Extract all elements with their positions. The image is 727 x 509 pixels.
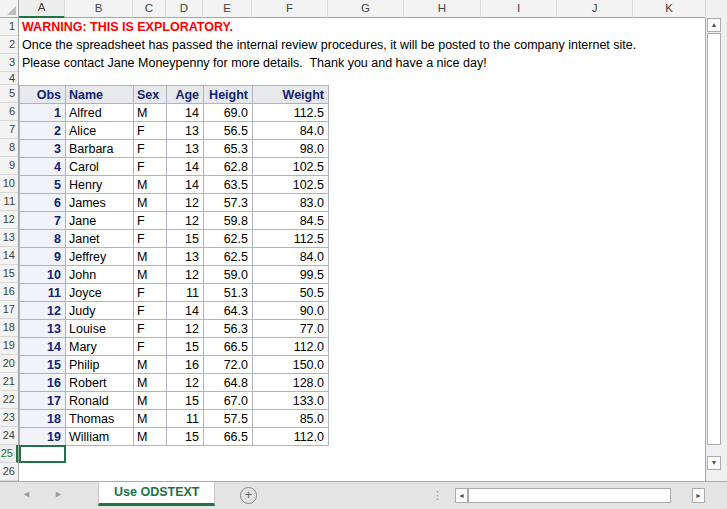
table-cell[interactable]: 112.5 [253, 104, 329, 122]
column-header-h[interactable]: H [404, 0, 481, 18]
row-header-17[interactable]: 17 [0, 301, 18, 319]
table-cell[interactable]: 59.8 [204, 212, 253, 230]
row-header-15[interactable]: 15 [0, 265, 18, 283]
obs-cell[interactable]: 2 [20, 122, 66, 140]
obs-cell[interactable]: 9 [20, 248, 66, 266]
obs-cell[interactable]: 10 [20, 266, 66, 284]
table-cell[interactable]: 98.0 [253, 140, 329, 158]
table-header-cell-height[interactable]: Height [204, 86, 253, 104]
row-header-19[interactable]: 19 [0, 337, 18, 355]
table-cell[interactable]: 84.0 [253, 248, 329, 266]
table-cell[interactable]: 14 [167, 104, 204, 122]
obs-cell[interactable]: 18 [20, 410, 66, 428]
table-cell[interactable]: 64.8 [204, 374, 253, 392]
table-cell[interactable]: Alice [66, 122, 134, 140]
table-cell[interactable]: 12 [167, 374, 204, 392]
column-header-b[interactable]: B [65, 0, 133, 18]
row-header-11[interactable]: 11 [0, 193, 18, 211]
obs-cell[interactable]: 13 [20, 320, 66, 338]
table-cell[interactable]: M [134, 266, 167, 284]
table-cell[interactable]: 72.0 [204, 356, 253, 374]
row-header-25[interactable]: 25 [0, 445, 18, 463]
vertical-scrollbar[interactable]: ▲ ▼ [706, 18, 722, 470]
row-header-14[interactable]: 14 [0, 247, 18, 265]
table-cell[interactable]: F [134, 158, 167, 176]
table-cell[interactable]: 62.5 [204, 230, 253, 248]
table-header-cell-weight[interactable]: Weight [253, 86, 329, 104]
obs-cell[interactable]: 6 [20, 194, 66, 212]
column-header-k[interactable]: K [633, 0, 706, 18]
table-cell[interactable]: F [134, 212, 167, 230]
table-cell[interactable]: F [134, 140, 167, 158]
table-cell[interactable]: F [134, 338, 167, 356]
table-cell[interactable]: John [66, 266, 134, 284]
table-cell[interactable]: 99.5 [253, 266, 329, 284]
row-header-6[interactable]: 6 [0, 103, 18, 121]
new-sheet-button[interactable]: + [240, 487, 257, 504]
table-cell[interactable]: James [66, 194, 134, 212]
tab-nav-left-button[interactable]: ◄ [22, 489, 31, 499]
table-cell[interactable]: 102.5 [253, 176, 329, 194]
table-cell[interactable]: 84.0 [253, 122, 329, 140]
table-cell[interactable]: M [134, 428, 167, 446]
table-header-cell-sex[interactable]: Sex [134, 86, 167, 104]
row-header-13[interactable]: 13 [0, 229, 18, 247]
table-cell[interactable]: 85.0 [253, 410, 329, 428]
column-header-j[interactable]: J [557, 0, 633, 18]
sheet-canvas[interactable]: WARNING: THIS IS EXPLORATORY. Once the s… [19, 18, 706, 481]
table-cell[interactable]: M [134, 176, 167, 194]
table-cell[interactable]: M [134, 356, 167, 374]
row-header-1[interactable]: 1 [0, 18, 18, 36]
table-cell[interactable]: 15 [167, 428, 204, 446]
table-cell[interactable]: 64.3 [204, 302, 253, 320]
column-header-i[interactable]: I [481, 0, 557, 18]
obs-cell[interactable]: 17 [20, 392, 66, 410]
select-all-corner[interactable] [0, 0, 19, 18]
table-cell[interactable]: 57.3 [204, 194, 253, 212]
row-header-4[interactable]: 4 [0, 72, 18, 85]
tab-nav-right-button[interactable]: ► [54, 489, 63, 499]
table-cell[interactable]: M [134, 248, 167, 266]
row-header-2[interactable]: 2 [0, 36, 18, 54]
table-cell[interactable]: Thomas [66, 410, 134, 428]
table-cell[interactable]: 56.3 [204, 320, 253, 338]
sheet-tab-use-odstext[interactable]: Use ODSTEXT [98, 482, 215, 506]
obs-cell[interactable]: 1 [20, 104, 66, 122]
obs-cell[interactable]: 15 [20, 356, 66, 374]
table-cell[interactable]: Mary [66, 338, 134, 356]
table-cell[interactable]: 84.5 [253, 212, 329, 230]
table-cell[interactable]: 69.0 [204, 104, 253, 122]
table-cell[interactable]: 112.0 [253, 338, 329, 356]
table-cell[interactable]: 57.5 [204, 410, 253, 428]
table-cell[interactable]: 12 [167, 194, 204, 212]
tab-splitter-handle[interactable]: ⋮ [432, 487, 443, 503]
table-cell[interactable]: 12 [167, 212, 204, 230]
table-cell[interactable]: M [134, 104, 167, 122]
scroll-up-button[interactable]: ▲ [707, 18, 721, 32]
table-cell[interactable]: Alfred [66, 104, 134, 122]
table-cell[interactable]: Judy [66, 302, 134, 320]
table-cell[interactable]: 62.8 [204, 158, 253, 176]
table-cell[interactable]: 56.5 [204, 122, 253, 140]
column-header-c[interactable]: C [133, 0, 166, 18]
table-cell[interactable]: 65.3 [204, 140, 253, 158]
hscroll-left-button[interactable]: ◄ [455, 488, 468, 503]
table-cell[interactable]: 150.0 [253, 356, 329, 374]
horizontal-scrollbar[interactable]: ◄ ► [455, 488, 705, 503]
table-header-cell-name[interactable]: Name [66, 86, 134, 104]
table-cell[interactable]: 51.3 [204, 284, 253, 302]
table-cell[interactable]: 102.5 [253, 158, 329, 176]
table-cell[interactable]: M [134, 410, 167, 428]
table-cell[interactable]: Barbara [66, 140, 134, 158]
table-cell[interactable]: 83.0 [253, 194, 329, 212]
table-cell[interactable]: M [134, 392, 167, 410]
table-cell[interactable]: Carol [66, 158, 134, 176]
column-header-g[interactable]: G [328, 0, 404, 18]
table-cell[interactable]: F [134, 122, 167, 140]
table-cell[interactable]: Joyce [66, 284, 134, 302]
table-cell[interactable]: 13 [167, 122, 204, 140]
table-cell[interactable]: 77.0 [253, 320, 329, 338]
obs-cell[interactable]: 16 [20, 374, 66, 392]
table-cell[interactable]: 11 [167, 410, 204, 428]
column-header-d[interactable]: D [166, 0, 203, 18]
